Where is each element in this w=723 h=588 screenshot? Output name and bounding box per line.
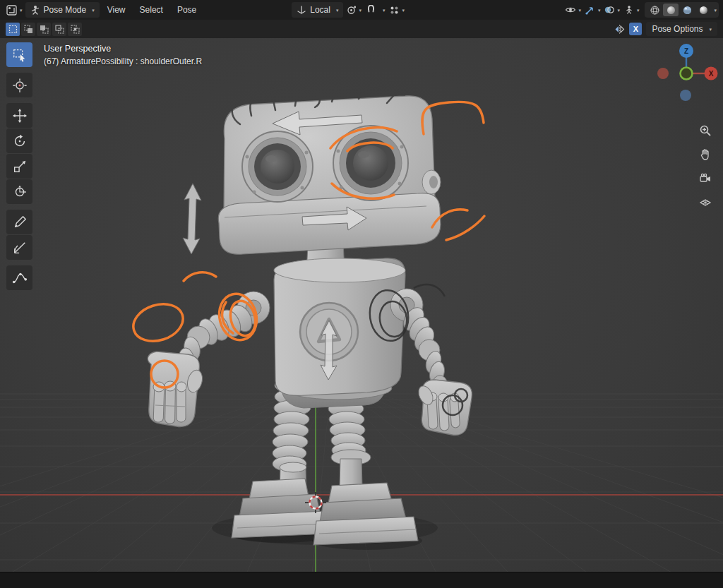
editor-type-dropdown[interactable]: ▾	[4, 2, 24, 18]
transform-icon	[12, 184, 28, 200]
robot-left-eye	[242, 131, 313, 202]
proportional-edit-dropdown[interactable]: ▾	[388, 2, 406, 18]
active-bone-label: (67) ArmaturePossibility : shoulderOuter…	[44, 56, 202, 66]
gizmo-z-label: Z	[684, 47, 688, 55]
chevron-down-icon: ▾	[383, 8, 386, 13]
mode-label: Pose Mode	[44, 5, 87, 15]
chevron-down-icon: ▾	[336, 8, 339, 13]
tool-settings-bar: X Pose Options ▾	[0, 20, 723, 38]
chevron-down-icon: ▾	[92, 8, 95, 13]
mirror-x-toggle[interactable]: X	[629, 23, 642, 35]
xray-toggle-dropdown[interactable]: ▾	[622, 2, 641, 18]
chevron-down-icon: ▾	[709, 27, 712, 32]
viewport-nav-buttons	[696, 121, 715, 212]
rotate-icon	[12, 133, 28, 149]
chevron-down-icon: ▾	[598, 8, 601, 13]
select-subtract-icon	[40, 25, 49, 34]
toggle-orthographic-button[interactable]	[696, 193, 715, 212]
tool-scale-button[interactable]	[6, 154, 32, 179]
gizmo-x-label: X	[709, 70, 714, 78]
tool-measure-button[interactable]	[6, 235, 32, 260]
material-sphere-icon	[682, 5, 693, 16]
mirror-axes-icon	[614, 24, 625, 35]
blender-window: ▾ Pose Mode ▾ View Select Pose Local ▾ ▾	[0, 0, 723, 588]
chevron-down-icon: ▾	[20, 8, 23, 13]
visibility-dropdown[interactable]: ▾	[563, 2, 582, 18]
viewport-perspective-label: User Perspective	[44, 44, 111, 54]
ortho-grid-icon	[699, 196, 712, 209]
chevron-down-icon: ▾	[578, 8, 581, 13]
pose-options-dropdown[interactable]: Pose Options ▾	[646, 22, 717, 36]
annotate-pen-icon	[12, 215, 28, 230]
snap-toggle[interactable]	[364, 2, 378, 18]
transform-orientation-dropdown[interactable]: Local ▾	[292, 2, 343, 18]
mode-dropdown[interactable]: Pose Mode ▾	[25, 2, 100, 18]
select-intersect-icon	[71, 25, 80, 34]
tool-cursor-button[interactable]	[6, 73, 32, 97]
navigation-gizmo[interactable]: Z X	[653, 39, 721, 107]
tool-move-button[interactable]	[6, 103, 32, 128]
magnet-icon	[366, 5, 376, 16]
select-invert-icon	[55, 25, 64, 34]
camera-view-button[interactable]	[696, 169, 715, 188]
tool-pose-breakdowner-button[interactable]	[6, 265, 32, 290]
select-mode-invert-button[interactable]	[52, 23, 66, 36]
gizmos-icon	[585, 4, 596, 16]
select-mode-group	[6, 23, 82, 36]
cursor-3d-icon	[12, 78, 28, 93]
proportional-edit-icon	[389, 5, 400, 16]
editor-3d-viewport-icon	[6, 4, 18, 16]
select-extend-icon	[24, 25, 33, 34]
snap-settings-dropdown[interactable]: ▾	[379, 2, 387, 18]
orientation-axes-icon	[297, 5, 306, 15]
wireframe-sphere-icon	[650, 5, 660, 16]
overlays-icon	[604, 4, 615, 16]
menu-pose[interactable]: Pose	[171, 3, 203, 17]
chevron-down-icon: ▾	[637, 8, 640, 13]
move-icon	[12, 108, 28, 124]
status-bar	[0, 572, 723, 588]
chevron-down-icon: ▾	[359, 8, 362, 13]
menu-view[interactable]: View	[101, 3, 132, 17]
shading-solid-button[interactable]	[663, 4, 679, 16]
measure-icon	[12, 240, 28, 256]
gizmo-neg-x-axis[interactable]	[657, 68, 669, 79]
tool-annotate-button[interactable]	[6, 210, 32, 234]
tool-transform-button[interactable]	[6, 179, 32, 204]
scale-icon	[12, 159, 28, 174]
shading-rendered-button[interactable]	[695, 4, 711, 16]
gizmos-toggle-dropdown[interactable]: ▾	[583, 2, 602, 18]
xray-icon	[623, 4, 635, 16]
gizmo-y-axis[interactable]	[681, 68, 693, 80]
toolbar	[6, 42, 32, 294]
tool-select-box-button[interactable]	[6, 42, 32, 67]
header-bar: ▾ Pose Mode ▾ View Select Pose Local ▾ ▾	[0, 0, 723, 20]
select-set-icon	[8, 25, 18, 34]
pose-breakdowner-icon	[12, 270, 28, 286]
viewport-toggles: ▾ ▾ ▾ ▾	[563, 2, 719, 18]
zoom-icon	[699, 124, 712, 137]
solid-sphere-icon	[666, 5, 676, 16]
camera-icon	[699, 172, 712, 185]
chevron-down-icon: ▾	[402, 8, 405, 13]
tool-rotate-button[interactable]	[6, 128, 32, 153]
overlays-toggle-dropdown[interactable]: ▾	[602, 2, 621, 18]
pan-button[interactable]	[696, 145, 715, 164]
select-mode-extend-button[interactable]	[21, 23, 35, 36]
hand-icon	[699, 148, 712, 161]
pose-options-label: Pose Options	[652, 24, 703, 34]
select-mode-subtract-button[interactable]	[37, 23, 51, 36]
shading-wireframe-button[interactable]	[647, 4, 662, 16]
gizmo-neg-z-axis[interactable]	[680, 90, 691, 101]
menu-select[interactable]: Select	[133, 3, 169, 17]
eye-icon	[565, 4, 576, 16]
select-mode-intersect-button[interactable]	[68, 23, 82, 36]
chevron-down-icon: ▾	[714, 8, 717, 13]
viewport-3d[interactable]	[0, 0, 723, 588]
zoom-button[interactable]	[696, 121, 715, 140]
shading-material-button[interactable]	[679, 4, 695, 16]
select-mode-set-button[interactable]	[6, 23, 20, 36]
pivot-point-icon	[346, 5, 357, 16]
orientation-label: Local	[310, 5, 330, 15]
pivot-point-dropdown[interactable]: ▾	[345, 2, 363, 18]
